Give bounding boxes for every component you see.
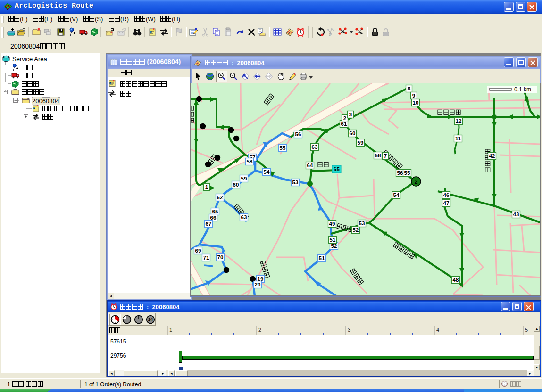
svg-text:60: 60 (233, 182, 239, 188)
svg-text:7: 7 (384, 153, 387, 159)
svg-text:5: 5 (525, 327, 528, 333)
svg-text:3: 3 (348, 327, 350, 333)
svg-text:65: 65 (334, 166, 340, 172)
svg-text:52: 52 (353, 227, 359, 233)
svg-text:51: 51 (319, 255, 325, 261)
svg-text:65: 65 (212, 209, 218, 214)
svg-text:62: 62 (217, 195, 223, 200)
svg-text:10: 10 (413, 100, 419, 106)
svg-text:54: 54 (264, 169, 270, 175)
svg-text:59: 59 (358, 140, 364, 146)
svg-text:70: 70 (217, 254, 224, 260)
svg-text:52: 52 (331, 243, 337, 249)
svg-text:42: 42 (489, 153, 495, 159)
svg-text:12: 12 (456, 118, 462, 124)
svg-text:58: 58 (375, 153, 381, 158)
svg-text:3: 3 (349, 112, 352, 117)
svg-text:0.1 km: 0.1 km (514, 86, 531, 93)
svg-text:53: 53 (359, 220, 365, 226)
svg-text:55: 55 (404, 170, 410, 176)
svg-text:56: 56 (397, 170, 403, 176)
svg-text:46: 46 (443, 192, 450, 198)
svg-text:58: 58 (247, 159, 253, 164)
svg-text:2: 2 (258, 327, 261, 333)
svg-text:2: 2 (415, 179, 418, 185)
svg-text:1: 1 (169, 327, 172, 333)
svg-text:9: 9 (412, 93, 415, 98)
svg-text:11: 11 (455, 136, 461, 141)
svg-text:60: 60 (350, 131, 356, 136)
svg-text:8: 8 (408, 86, 411, 91)
svg-text:20: 20 (255, 282, 261, 287)
svg-text:63: 63 (312, 144, 318, 150)
svg-text:4: 4 (436, 327, 439, 333)
svg-text:49: 49 (329, 221, 335, 227)
svg-text:24: 24 (148, 317, 153, 322)
svg-text:59: 59 (241, 176, 247, 181)
svg-text:1: 1 (205, 184, 208, 190)
svg-text:54: 54 (393, 192, 400, 198)
svg-text:67: 67 (206, 221, 212, 227)
svg-text:2: 2 (333, 28, 334, 32)
svg-text:47: 47 (443, 200, 450, 206)
svg-text:63: 63 (241, 214, 247, 220)
svg-text:43: 43 (513, 212, 519, 217)
svg-text:55: 55 (280, 145, 286, 151)
svg-text:71: 71 (203, 255, 209, 261)
svg-text:3: 3 (329, 33, 331, 36)
svg-text:51: 51 (330, 237, 336, 243)
svg-text:56: 56 (295, 131, 301, 137)
svg-text:2: 2 (343, 115, 346, 121)
svg-text:48: 48 (453, 277, 459, 283)
svg-text:53: 53 (292, 180, 299, 185)
svg-text:69: 69 (195, 248, 201, 253)
svg-text:64: 64 (307, 163, 313, 168)
svg-text:66: 66 (210, 215, 217, 220)
